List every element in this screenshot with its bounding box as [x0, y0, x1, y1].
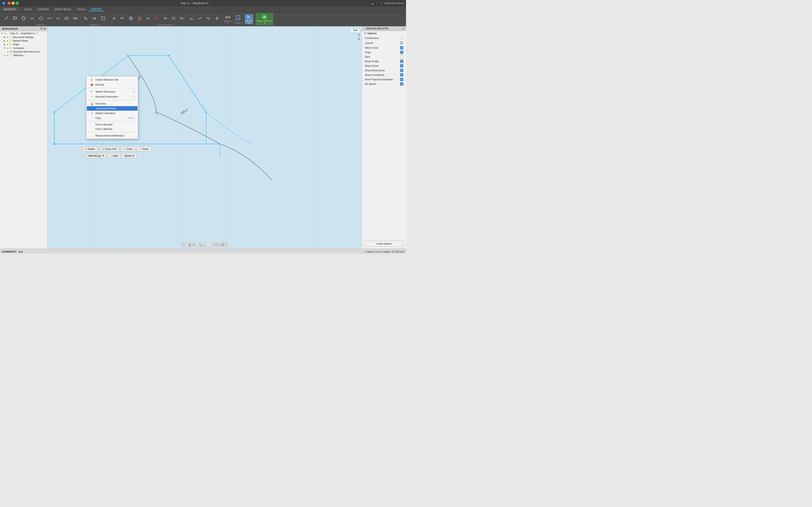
vp-display-dropdown[interactable]: ▾: [213, 243, 214, 246]
browser-item-doc-settings[interactable]: ▶ ● 📁 Document Settings: [0, 35, 47, 39]
show-profile-checkbox[interactable]: [400, 60, 403, 63]
palette-row-show-dimensions[interactable]: Show Dimensions: [362, 68, 406, 73]
vp-more-dropdown[interactable]: ▾: [226, 243, 227, 246]
palette-row-slice[interactable]: Slice: [362, 55, 406, 59]
ctx-delete-coincident[interactable]: ✕ Delete Coincident: [86, 111, 138, 116]
palette-row-snap[interactable]: Snap: [362, 50, 406, 55]
vp-orbit-icon[interactable]: ↺: [192, 243, 195, 246]
tool-parallel[interactable]: [170, 13, 178, 23]
vp-env-dropdown[interactable]: ▾: [219, 243, 220, 246]
tool-trim[interactable]: [82, 13, 90, 23]
browser-item-origin[interactable]: ▶ ● 📁 Origin: [0, 43, 47, 46]
show-points-checkbox[interactable]: [400, 64, 403, 67]
vp-display-icon[interactable]: ⬜: [208, 243, 211, 246]
tab-surface[interactable]: SURFACE: [35, 7, 51, 11]
palette-row-show-points[interactable]: Show Points: [362, 64, 406, 68]
tab-sketch[interactable]: SKETCH: [89, 7, 104, 11]
ctx-fix-unfix[interactable]: 🔒 Fix/UnFix: [86, 101, 138, 106]
browser-expand-icon[interactable]: ▶: [44, 27, 46, 30]
user-name[interactable]: Abdulsatar Aboud: [385, 2, 404, 5]
show-dimensions-checkbox[interactable]: [400, 69, 403, 72]
palette-options-header[interactable]: ▼ Options: [362, 31, 406, 36]
tool-select[interactable]: SELECT ▾: [245, 14, 253, 24]
tool-coincident[interactable]: [110, 13, 118, 23]
snap-checkbox[interactable]: [400, 51, 403, 54]
palette-row-construction[interactable]: Construction ◁: [362, 36, 406, 41]
ctx-find-browser[interactable]: Find in Browser: [86, 122, 138, 127]
tool-circle[interactable]: [19, 13, 28, 23]
view-cube-top[interactable]: TOP: [351, 28, 360, 33]
tool-horiz-vert[interactable]: [213, 13, 221, 23]
show-constraints-checkbox[interactable]: [400, 73, 403, 76]
palette-row-look-at[interactable]: Look At 🖼: [362, 41, 406, 46]
tool-perpendicular[interactable]: [179, 13, 187, 23]
tool-spline[interactable]: [45, 13, 53, 23]
design-menu[interactable]: DESIGN ▾: [2, 7, 18, 11]
tool-insert[interactable]: A INSERT ▾: [234, 14, 242, 24]
tool-collinear[interactable]: [118, 13, 126, 23]
close-button[interactable]: [7, 2, 11, 5]
press-pull-button[interactable]: ⊞ Press Pull: [99, 146, 119, 152]
ctx-extrude[interactable]: 📦 Extrude: [86, 82, 138, 87]
redo-button[interactable]: ↪ Redo: [137, 146, 152, 152]
tool-conic[interactable]: [54, 13, 62, 23]
comments-collapse-icon[interactable]: ◀: [18, 250, 20, 253]
browser-item-sketch-small[interactable]: ⊹: [0, 57, 47, 61]
browser-item-canvases[interactable]: ▼ ● 📁 Canvases: [0, 46, 47, 50]
move-copy-button[interactable]: Move/Copy ✛: [86, 153, 107, 158]
vp-snap-icon[interactable]: ⊹: [183, 243, 185, 246]
minimize-button[interactable]: [11, 2, 15, 5]
palette-row-3d-sketch[interactable]: 3D Sketch: [362, 82, 406, 86]
finish-sketch-toolbar-button[interactable]: FINISH SKETCH ▾: [256, 14, 272, 24]
palette-row-show-projected[interactable]: Show Projected Geometries: [362, 77, 406, 82]
ctx-copy[interactable]: Copy Ctrl+C: [86, 116, 138, 120]
3d-sketch-checkbox[interactable]: [400, 82, 403, 86]
ctx-repeat[interactable]: Repeat Horizontal/Vertical: [86, 133, 138, 138]
tool-concentric[interactable]: [127, 13, 135, 23]
tool-rect[interactable]: [11, 13, 19, 23]
delete-button[interactable]: ✕ Delete: [82, 146, 98, 152]
tool-midpoint[interactable]: [144, 13, 152, 23]
browser-settings-icon[interactable]: ⚙: [40, 27, 42, 30]
vp-zoom-dropdown[interactable]: ▾: [203, 243, 204, 246]
maximize-button[interactable]: [16, 2, 19, 5]
browser-item-named-views[interactable]: ▶ ● 📁 Named Views: [0, 39, 47, 43]
tool-arc[interactable]: [28, 13, 36, 23]
palette-row-sketch-grid[interactable]: Sketch Grid: [362, 46, 406, 50]
tool-ellipse[interactable]: [62, 13, 71, 23]
tool-fix[interactable]: [153, 13, 161, 23]
tool-lock[interactable]: [136, 13, 144, 23]
vp-more-icon[interactable]: ☰: [221, 243, 224, 246]
tab-solid[interactable]: SOLID: [22, 7, 34, 11]
viewport[interactable]: 100.0° 100.0° TOP Z X ⬡ Create Selection…: [48, 26, 362, 248]
ctx-normal-construction[interactable]: ◁ Normal/Construction x: [86, 94, 138, 99]
vp-fit-icon[interactable]: ⊞: [189, 243, 191, 246]
help-icon[interactable]: ?: [380, 2, 382, 5]
palette-row-show-profile[interactable]: Show Profile: [362, 59, 406, 64]
tool-project[interactable]: [99, 13, 107, 23]
ctx-find-window[interactable]: Find in Window: [86, 127, 138, 131]
browser-item-root[interactable]: ▼ ● 📄 Day 11 – Dog Bowl v1 ⚙: [0, 31, 47, 35]
add-tab-icon[interactable]: +: [376, 2, 378, 5]
tool-line[interactable]: [2, 13, 10, 23]
root-gear-icon[interactable]: ⚙: [36, 32, 38, 35]
sketch-dropdown-button[interactable]: Sketch ▾: [122, 153, 137, 158]
palette-expand-icon[interactable]: ◀: [402, 27, 404, 30]
tool-measure[interactable]: INSPECT ▾: [223, 14, 232, 24]
hole-button[interactable]: ○ Hole: [108, 153, 120, 158]
ctx-sketch-dimension[interactable]: ⊢ Sketch Dimension d: [86, 89, 138, 94]
ctx-horizontal-vertical[interactable]: Horizontal/Vertical: [87, 106, 138, 111]
comments-expand-icon[interactable]: ▶: [21, 250, 23, 253]
tab-sheet-metal[interactable]: SHEET METAL: [52, 7, 73, 11]
browser-item-canvas-img[interactable]: ● 🖼 dog-bowl-dimensions-by-k...: [0, 50, 47, 53]
tool-equal[interactable]: [161, 13, 169, 23]
tool-tangent[interactable]: [187, 13, 195, 23]
tool-smooth[interactable]: [196, 13, 204, 23]
tool-offset[interactable]: [90, 13, 99, 23]
show-projected-checkbox[interactable]: [400, 78, 403, 81]
ctx-create-selection-set[interactable]: ⬡ Create Selection Set: [86, 77, 138, 82]
sketch-grid-checkbox[interactable]: [400, 46, 403, 49]
tool-symmetric[interactable]: [204, 13, 212, 23]
vp-zoom-icon[interactable]: 🔍: [198, 243, 202, 246]
slice-checkbox[interactable]: [400, 55, 403, 58]
